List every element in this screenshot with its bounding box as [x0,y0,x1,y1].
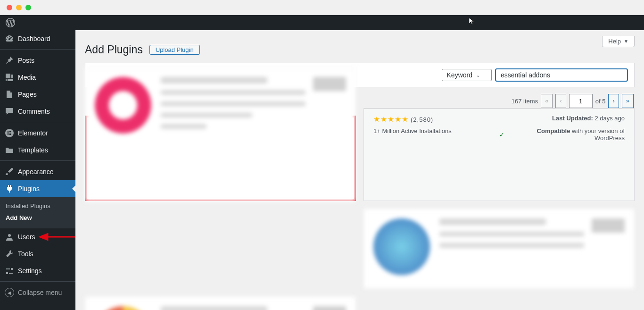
plugin-card-blurred [85,67,356,202]
sliders-icon [5,266,14,276]
chevron-down-icon: ⌄ [476,73,480,78]
minimize-window-icon[interactable] [16,5,22,10]
compat-strong: Compatible [537,127,570,134]
admin-sidebar: Dashboard Posts Media Pages Comments Ele… [0,15,75,310]
page-first-button[interactable]: « [541,94,553,108]
elementor-icon [5,128,14,138]
plugin-card-footer: ★★★★★(2,580) Last Updated: 2 days ago 1+… [363,108,635,201]
brush-icon [5,167,14,176]
sidebar-item-dashboard[interactable]: Dashboard [0,30,75,47]
close-window-icon[interactable] [7,5,12,10]
select-value: Keyword [447,71,472,79]
sidebar-item-posts[interactable]: Posts [0,52,75,69]
collapse-icon: ◀ [5,288,14,297]
page-title: Add Plugins [85,43,143,56]
sidebar-label: Media [18,74,36,81]
plugin-card-blurred [85,296,356,310]
maximize-window-icon[interactable] [25,5,31,10]
help-label: Help [608,38,621,45]
upload-plugin-button[interactable]: Upload Plugin [149,45,200,55]
main-content: Help ▼ Add Plugins Upload Plugin Search … [75,15,644,310]
page-of-text: of 5 [595,98,606,105]
sidebar-label: Pages [18,91,37,98]
collapse-menu-button[interactable]: ◀ Collapse menu [0,284,75,301]
svg-rect-3 [9,133,11,134]
help-tab[interactable]: Help ▼ [602,36,635,47]
sidebar-label: Settings [18,267,42,275]
svg-point-5 [8,234,11,237]
dashboard-icon [5,34,14,43]
mouse-cursor-annotation [468,17,477,25]
sidebar-label: Appearance [18,168,54,176]
wrench-icon [5,249,14,259]
sidebar-item-users[interactable]: Users [0,228,75,245]
submenu-installed-plugins[interactable]: Installed Plugins [0,200,75,212]
plugin-card-grid: Essential Addons for Elementor The Essen… [85,116,635,310]
user-icon [5,232,14,242]
wordpress-logo-icon[interactable] [6,18,15,27]
pagination-count: 167 items [512,98,538,105]
macos-window-chrome [0,0,644,15]
sidebar-item-settings[interactable]: Settings [0,262,75,279]
plugin-card-blurred [363,209,635,289]
plugin-icon [5,184,14,193]
folder-icon [5,145,14,155]
last-updated-label: Last Updated: [552,115,593,122]
sidebar-item-elementor[interactable]: Elementor [0,125,75,142]
submenu-add-new[interactable]: Add New [0,212,75,224]
plugin-active-installs: 1+ Million Active Installations [373,127,499,142]
compat-suffix: with your version of WordPress [572,127,625,142]
sidebar-item-media[interactable]: Media [0,69,75,86]
sidebar-item-templates[interactable]: Templates [0,142,75,159]
comment-icon [5,107,14,116]
page-heading-row: Add Plugins Upload Plugin [85,43,635,56]
sidebar-label: Comments [18,108,50,115]
pin-icon [5,56,14,65]
wp-admin-bar [0,15,644,30]
search-type-select[interactable]: Keyword ⌄ [442,69,492,81]
last-updated-value: 2 days ago [594,115,625,122]
sidebar-item-appearance[interactable]: Appearance [0,163,75,180]
sidebar-label: Plugins [18,185,40,193]
plugin-rating: ★★★★★(2,580) [373,115,499,124]
sidebar-label: Users [18,233,35,241]
sidebar-item-pages[interactable]: Pages [0,86,75,103]
traffic-lights [7,5,31,10]
page-next-button[interactable]: › [608,94,619,108]
page-icon [5,90,14,99]
star-rating-icon: ★★★★★(2,580) [373,115,433,123]
rating-count: (2,580) [411,116,433,123]
svg-rect-1 [8,131,8,135]
sidebar-label: Templates [18,146,48,154]
svg-rect-4 [9,134,11,135]
chevron-down-icon: ▼ [624,39,628,44]
collapse-label: Collapse menu [18,289,62,296]
plugin-compatibility: ✓ Compatible with your version of WordPr… [499,127,625,142]
media-icon [5,73,14,82]
page-prev-button[interactable]: ‹ [555,94,566,108]
svg-rect-2 [9,131,11,132]
sidebar-label: Dashboard [18,35,50,42]
page-number-input[interactable] [569,94,593,108]
plugin-last-updated: Last Updated: 2 days ago [499,115,625,124]
sidebar-item-tools[interactable]: Tools [0,245,75,262]
sidebar-label: Tools [18,250,33,258]
sidebar-item-comments[interactable]: Comments [0,103,75,120]
plugins-submenu: Installed Plugins Add New [0,197,75,228]
plugin-search-input[interactable] [495,69,627,81]
sidebar-label: Elementor [18,129,48,137]
sidebar-label: Posts [18,57,34,64]
sidebar-item-plugins[interactable]: Plugins [0,180,75,197]
check-icon: ✓ [499,131,504,138]
page-last-button[interactable]: » [622,94,634,108]
